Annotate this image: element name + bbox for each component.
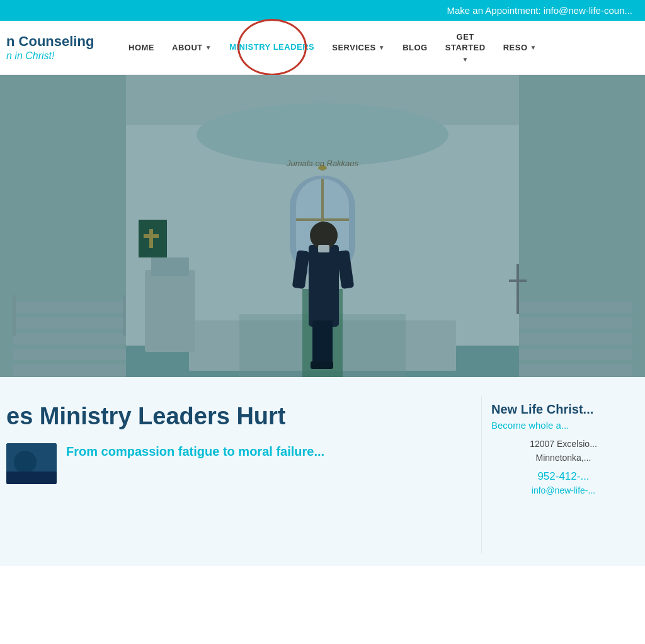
chevron-down-icon: ▼	[379, 44, 385, 51]
article-link[interactable]: From compassion fatigue to moral failure…	[66, 443, 324, 460]
section-heading: es Ministry Leaders Hurt	[6, 402, 462, 431]
article-preview: From compassion fatigue to moral failure…	[6, 443, 462, 484]
chevron-down-icon: ▼	[205, 44, 212, 51]
logo-area: n Counseling n in Christ!	[6, 33, 120, 61]
logo-title: n Counseling	[6, 33, 113, 50]
svg-rect-44	[0, 75, 645, 377]
nav-get-started[interactable]: GETSTARTED ▼	[437, 27, 494, 68]
chevron-down-icon: ▼	[530, 44, 537, 51]
sidebar-phone[interactable]: 952-412-...	[491, 470, 636, 483]
sidebar-tagline: Become whole a...	[491, 420, 636, 431]
sidebar-email[interactable]: info@new-life-...	[491, 485, 636, 495]
nav-about[interactable]: ABOUT ▼	[163, 38, 220, 57]
main-nav: HOME ABOUT ▼ MINISTRY LEADERS SERVICES ▼…	[120, 27, 645, 68]
content-section: es Ministry Leaders Hurt From compassion…	[0, 377, 645, 566]
svg-point-46	[14, 451, 37, 473]
nav-home[interactable]: HOME	[120, 38, 163, 57]
top-bar: Make an Appointment: info@new-life-coun.…	[0, 0, 645, 21]
sidebar-org-name: New Life Christ...	[491, 402, 636, 417]
hero-section: Jumala on Rakkaus	[0, 75, 645, 377]
nav-resources[interactable]: RESO ▼	[494, 38, 545, 57]
svg-rect-47	[6, 472, 57, 484]
right-sidebar: New Life Christ... Become whole a... 120…	[481, 396, 645, 553]
header: n Counseling n in Christ! HOME ABOUT ▼ M…	[0, 21, 645, 75]
article-thumbnail	[6, 443, 57, 484]
nav-services[interactable]: SERVICES ▼	[323, 38, 394, 57]
nav-ministry-leaders[interactable]: MINISTRY LEADERS	[220, 37, 323, 58]
left-content: es Ministry Leaders Hurt From compassion…	[0, 396, 481, 553]
sidebar-address-line2: Minnetonka,...	[491, 451, 636, 465]
chevron-down-icon: ▼	[462, 56, 469, 63]
logo-subtitle: n in Christ!	[6, 50, 113, 62]
sidebar-address-line1: 12007 Excelsio...	[491, 437, 636, 451]
appointment-text: Make an Appointment: info@new-life-coun.…	[447, 5, 632, 16]
nav-blog[interactable]: BLOG	[394, 38, 437, 57]
